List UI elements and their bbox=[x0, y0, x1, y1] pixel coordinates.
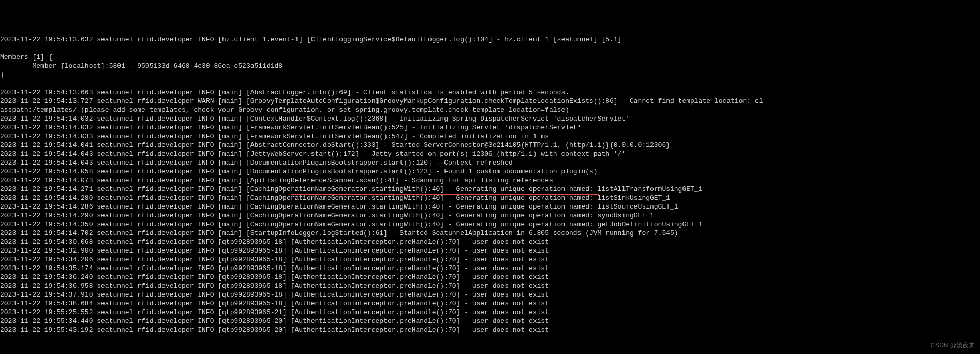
log-line: 2023-11-22 19:54:34.206 seatunnel rfid.d… bbox=[0, 255, 980, 264]
log-line: 2023-11-22 19:54:14.290 seatunnel rfid.d… bbox=[0, 211, 980, 220]
log-line: 2023-11-22 19:54:14.033 seatunnel rfid.d… bbox=[0, 132, 980, 141]
log-line: 2023-11-22 19:54:14.350 seatunnel rfid.d… bbox=[0, 220, 980, 229]
log-line: 2023-11-22 19:54:14.058 seatunnel rfid.d… bbox=[0, 167, 980, 176]
log-line: Member [localhost]:5801 - 9595133d-6468-… bbox=[0, 62, 980, 70]
log-output[interactable]: 2023-11-22 19:54:13.632 seatunnel rfid.d… bbox=[0, 35, 980, 334]
log-line bbox=[0, 44, 980, 53]
log-line: 2023-11-22 19:55:34.440 seatunnel rfid.d… bbox=[0, 317, 980, 326]
log-line: 2023-11-22 19:54:36.240 seatunnel rfid.d… bbox=[0, 273, 980, 282]
log-line: 2023-11-22 19:54:14.043 seatunnel rfid.d… bbox=[0, 158, 980, 167]
log-line: 2023-11-22 19:54:13.632 seatunnel rfid.d… bbox=[0, 35, 980, 44]
log-line: 2023-11-22 19:54:14.032 seatunnel rfid.d… bbox=[0, 123, 980, 132]
log-line: 2023-11-22 19:54:14.702 seatunnel rfid.d… bbox=[0, 229, 980, 238]
log-line: 2023-11-22 19:54:37.910 seatunnel rfid.d… bbox=[0, 290, 980, 299]
log-line: 2023-11-22 19:55:25.552 seatunnel rfid.d… bbox=[0, 308, 980, 317]
watermark-text: CSDN @嫣夜来 bbox=[930, 341, 975, 350]
log-line: 2023-11-22 19:54:14.073 seatunnel rfid.d… bbox=[0, 176, 980, 185]
log-line: 2023-11-22 19:54:14.286 seatunnel rfid.d… bbox=[0, 202, 980, 211]
log-line: 2023-11-22 19:54:35.174 seatunnel rfid.d… bbox=[0, 264, 980, 273]
log-line: 2023-11-22 19:54:13.727 seatunnel rfid.d… bbox=[0, 97, 980, 106]
log-line: 2023-11-22 19:54:30.068 seatunnel rfid.d… bbox=[0, 238, 980, 246]
log-line: 2023-11-22 19:54:32.900 seatunnel rfid.d… bbox=[0, 246, 980, 255]
log-line: Members [1] { bbox=[0, 53, 980, 62]
log-line: 2023-11-22 19:54:14.271 seatunnel rfid.d… bbox=[0, 185, 980, 194]
log-line: 2023-11-22 19:54:38.684 seatunnel rfid.d… bbox=[0, 299, 980, 308]
log-line: 2023-11-22 19:54:14.043 seatunnel rfid.d… bbox=[0, 150, 980, 158]
log-line: 2023-11-22 19:54:13.663 seatunnel rfid.d… bbox=[0, 88, 980, 97]
log-line: 2023-11-22 19:54:36.958 seatunnel rfid.d… bbox=[0, 282, 980, 290]
log-line: 2023-11-22 19:54:14.280 seatunnel rfid.d… bbox=[0, 194, 980, 202]
log-line bbox=[0, 79, 980, 88]
log-line: 2023-11-22 19:54:14.032 seatunnel rfid.d… bbox=[0, 114, 980, 123]
log-line: } bbox=[0, 70, 980, 79]
log-line: 2023-11-22 19:54:14.041 seatunnel rfid.d… bbox=[0, 141, 980, 150]
log-line: 2023-11-22 19:55:43.192 seatunnel rfid.d… bbox=[0, 326, 980, 334]
log-line: asspath:/templates/ (please add some tem… bbox=[0, 106, 980, 114]
